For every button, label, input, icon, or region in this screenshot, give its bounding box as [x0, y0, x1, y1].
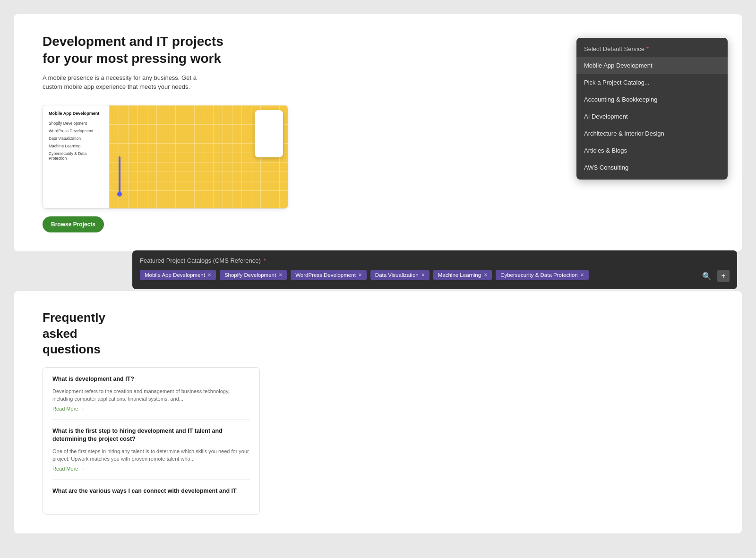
preview-card: Mobile App Development Shopify Developme…	[43, 105, 288, 209]
faq-question-2: What is the first step to hiring develop…	[52, 427, 250, 444]
featured-tags-container: Mobile App Development × Shopify Develop…	[140, 270, 696, 280]
tag-close-icon[interactable]: ×	[581, 272, 584, 278]
dropdown-label: Select Default Service *	[576, 45, 728, 57]
map-route	[119, 156, 120, 194]
tag-mobile-app[interactable]: Mobile App Development ×	[140, 270, 216, 280]
tag-label: Mobile App Development	[145, 272, 205, 278]
bottom-section: Frequently asked questions What is devel…	[14, 291, 742, 533]
featured-project-catalogs-panel: Featured Project Catalogs (CMS Reference…	[132, 250, 737, 289]
tag-close-icon[interactable]: ×	[359, 272, 362, 278]
tag-close-icon[interactable]: ×	[279, 272, 282, 278]
preview-sidebar: Mobile App Development Shopify Developme…	[43, 105, 109, 208]
featured-panel-required: *	[264, 257, 266, 264]
select-default-service-dropdown[interactable]: Select Default Service * Mobile App Deve…	[576, 38, 728, 180]
tag-data-viz[interactable]: Data Visualization ×	[370, 270, 430, 280]
preview-sidebar-item: Data Visualization	[49, 135, 103, 142]
faq-title: Frequently asked questions	[43, 310, 137, 358]
faq-item-2: What is the first step to hiring develop…	[52, 427, 250, 480]
featured-tags-and-actions: Mobile App Development × Shopify Develop…	[140, 270, 730, 283]
featured-panel-label: Featured Project Catalogs (CMS Reference…	[140, 257, 261, 264]
dropdown-item-aws[interactable]: AWS Consulting	[576, 159, 728, 176]
tag-close-icon[interactable]: ×	[421, 272, 425, 278]
faq-card: What is development and IT? Development …	[43, 367, 260, 515]
dropdown-item-articles[interactable]: Articles & Blogs	[576, 142, 728, 159]
preview-sidebar-item: Machine Learning	[49, 142, 103, 150]
preview-map	[109, 105, 288, 208]
featured-panel-actions: 🔍 +	[700, 270, 730, 283]
map-phone	[255, 110, 283, 157]
faq-answer-1: Development refers to the creation and m…	[52, 387, 250, 403]
featured-search-button[interactable]: 🔍	[700, 270, 713, 283]
dropdown-item-ai-dev[interactable]: AI Development	[576, 108, 728, 125]
bottom-outer-wrapper: Frequently asked questions What is devel…	[14, 263, 742, 533]
map-dot	[117, 192, 122, 197]
tag-close-icon[interactable]: ×	[208, 272, 211, 278]
hero-content: Development and IT projects for your mos…	[43, 33, 364, 232]
faq-item-1: What is development and IT? Development …	[52, 375, 250, 420]
dropdown-item-architecture[interactable]: Architecture & Interior Design	[576, 125, 728, 142]
preview-sidebar-item: WordPress Development	[49, 127, 103, 135]
main-wrapper: Development and IT projects for your mos…	[14, 14, 742, 533]
dropdown-item-pick-catalog[interactable]: Pick a Project Catalog...	[576, 74, 728, 91]
tag-close-icon[interactable]: ×	[484, 272, 487, 278]
top-section: Development and IT projects for your mos…	[14, 14, 742, 251]
tag-label: WordPress Development	[295, 272, 356, 278]
featured-add-button[interactable]: +	[717, 270, 730, 282]
preview-sidebar-item: Shopify Development	[49, 120, 103, 127]
tag-shopify[interactable]: Shopify Development ×	[220, 270, 287, 280]
preview-sidebar-item: Cybersecurity & Data Protection	[49, 150, 103, 162]
faq-question-1: What is development and IT?	[52, 375, 250, 384]
tag-machine-learning[interactable]: Machine Learning ×	[433, 270, 492, 280]
browse-projects-button[interactable]: Browse Projects	[43, 216, 104, 232]
faq-read-more-2[interactable]: Read More →	[52, 466, 250, 472]
top-outer-wrapper: Development and IT projects for your mos…	[14, 14, 742, 251]
faq-read-more-1[interactable]: Read More →	[52, 406, 250, 412]
hero-subtitle: A mobile presence is a necessity for any…	[43, 73, 213, 92]
tag-label: Shopify Development	[224, 272, 276, 278]
featured-panel-header: Featured Project Catalogs (CMS Reference…	[140, 257, 730, 264]
faq-question-3: What are the various ways I can connect …	[52, 487, 250, 496]
tag-wordpress[interactable]: WordPress Development ×	[291, 270, 367, 280]
tag-label: Data Visualization	[375, 272, 419, 278]
dropdown-item-mobile-app[interactable]: Mobile App Development	[576, 57, 728, 74]
faq-content: Frequently asked questions What is devel…	[43, 310, 345, 515]
tag-label: Cybersecurity & Data Protection	[500, 272, 578, 278]
faq-item-3: What are the various ways I can connect …	[52, 487, 250, 507]
dropdown-item-accounting[interactable]: Accounting & Bookkeeping	[576, 91, 728, 108]
tag-label: Machine Learning	[438, 272, 481, 278]
hero-title: Development and IT projects for your mos…	[43, 33, 241, 68]
faq-answer-2: One of the first steps in hiring any tal…	[52, 447, 250, 463]
dropdown-required-marker: *	[646, 45, 649, 52]
preview-sidebar-title: Mobile App Development	[49, 111, 103, 116]
tag-cybersecurity[interactable]: Cybersecurity & Data Protection ×	[496, 270, 589, 280]
